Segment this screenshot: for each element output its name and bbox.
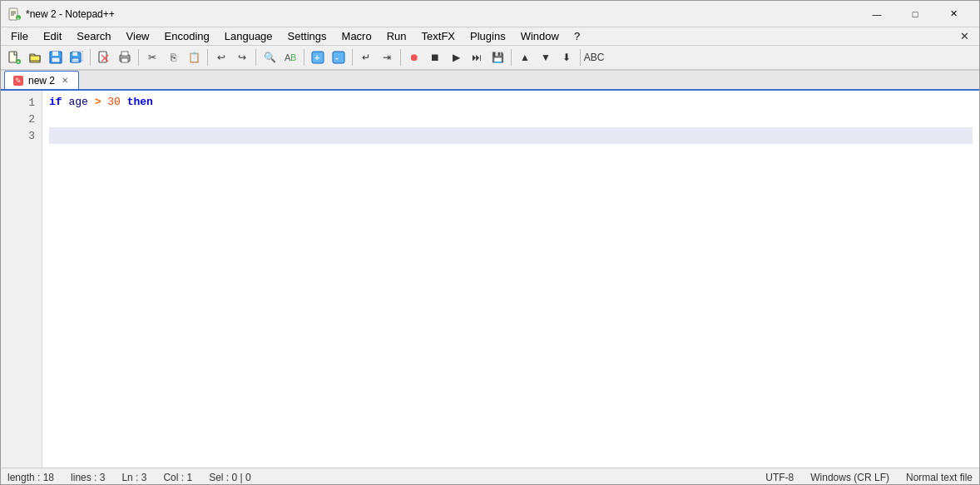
code-line-3	[49, 127, 973, 144]
tb-sep5	[304, 49, 304, 66]
tb-macro-stop-button[interactable]: ⏹	[425, 47, 445, 67]
svg-text:-: -	[335, 52, 339, 62]
space3	[101, 94, 107, 111]
close-button[interactable]: ✕	[934, 1, 973, 27]
code-line-1: if age > 30 then	[49, 94, 973, 111]
menu-textfx[interactable]: TextFX	[415, 28, 462, 44]
menu-language[interactable]: Language	[218, 28, 280, 44]
svg-rect-11	[52, 57, 60, 62]
svg-rect-13	[72, 52, 77, 56]
tb-print-button[interactable]	[115, 47, 135, 67]
op-gt: >	[95, 94, 101, 111]
var-age: age	[68, 94, 87, 111]
tb-indent-button[interactable]: ⇥	[377, 47, 397, 67]
tb-find-button[interactable]: 🔍	[260, 47, 280, 67]
status-eol: Windows (CR LF)	[810, 472, 889, 483]
tb-macro-playall-button[interactable]: ⏭	[467, 47, 487, 67]
svg-text:+: +	[17, 15, 20, 20]
tb-macro-record-button[interactable]: ⏺	[404, 47, 424, 67]
tab-label: new 2	[28, 75, 55, 87]
space4	[121, 94, 127, 111]
tb-sep2	[138, 49, 139, 66]
tb-sort-asc-button[interactable]: ▲	[515, 47, 535, 67]
tab-dirty-indicator: ✎	[13, 76, 23, 86]
svg-text:+: +	[314, 52, 319, 62]
svg-rect-20	[121, 58, 128, 62]
tab-close-icon[interactable]: ✕	[60, 76, 70, 86]
status-sel: Sel : 0 | 0	[209, 472, 250, 483]
tb-wordwrap-button[interactable]: ↵	[356, 47, 376, 67]
status-encoding: UTF-8	[765, 472, 794, 483]
title-bar: + *new 2 - Notepad++ — □ ✕	[1, 1, 979, 27]
editor-container: 1 2 3 if age > 30 then	[1, 91, 979, 468]
tb-open-button[interactable]	[25, 47, 45, 67]
menu-help[interactable]: ?	[567, 28, 587, 44]
code-editor[interactable]: if age > 30 then	[42, 91, 979, 468]
line-num-3: 3	[1, 127, 42, 144]
tb-replace-button[interactable]: AB	[280, 47, 300, 67]
menu-edit[interactable]: Edit	[37, 28, 68, 44]
app-icon: +	[7, 7, 21, 21]
tab-new2[interactable]: ✎ new 2 ✕	[4, 71, 79, 89]
tb-macro-play-button[interactable]: ▶	[446, 47, 466, 67]
status-length: length : 18	[7, 472, 54, 483]
tb-sep4	[255, 49, 256, 66]
status-type: Normal text file	[906, 472, 973, 483]
space1	[62, 94, 69, 111]
num-30: 30	[107, 94, 121, 111]
menu-search[interactable]: Search	[70, 28, 117, 44]
tb-new-button[interactable]: +	[4, 47, 24, 67]
tb-redo-button[interactable]: ↪	[232, 47, 252, 67]
tb-zoom-in-button[interactable]: +	[308, 47, 328, 67]
keyword-if: if	[49, 94, 62, 111]
window-controls: — □ ✕	[858, 1, 973, 27]
status-col: Col : 1	[163, 472, 192, 483]
menu-file[interactable]: File	[4, 28, 35, 44]
menu-window[interactable]: Window	[514, 28, 566, 44]
toolbar: + ✂ ⎘ 📋 ↩ ↪ 🔍 AB + - ↵ ⇥ ⏺ ⏹ ▶ ⏭ 💾 ▲ ▼ ⬇	[1, 46, 979, 71]
tb-sep1	[90, 49, 91, 66]
keyword-then: then	[127, 94, 153, 111]
tb-zoom-out-button[interactable]: -	[329, 47, 349, 67]
svg-text:+: +	[17, 59, 20, 64]
line-num-1: 1	[1, 94, 42, 111]
window-title: *new 2 - Notepad++	[26, 8, 858, 20]
status-lines: lines : 3	[71, 472, 105, 483]
tb-undo-button[interactable]: ↩	[211, 47, 231, 67]
menu-plugins[interactable]: Plugins	[463, 28, 512, 44]
tb-sep7	[400, 49, 401, 66]
tb-copy-button[interactable]: ⎘	[163, 47, 183, 67]
tb-save-button[interactable]	[46, 47, 66, 67]
minimize-button[interactable]: —	[858, 1, 896, 27]
tb-sep3	[207, 49, 208, 66]
tb-sep9	[580, 49, 581, 66]
tb-sep8	[511, 49, 512, 66]
tb-cut-button[interactable]: ✂	[142, 47, 162, 67]
svg-rect-10	[52, 52, 58, 56]
tb-sort-options-button[interactable]: ⬇	[557, 47, 577, 67]
line-numbers: 1 2 3	[1, 91, 42, 468]
svg-text:B: B	[290, 52, 296, 62]
menu-settings[interactable]: Settings	[281, 28, 334, 44]
tb-close-button[interactable]	[94, 47, 114, 67]
tab-bar: ✎ new 2 ✕	[1, 71, 979, 91]
tb-spellcheck-button[interactable]: ABC	[584, 47, 604, 67]
menu-run[interactable]: Run	[380, 28, 413, 44]
tb-sort-desc-button[interactable]: ▼	[536, 47, 556, 67]
maximize-button[interactable]: □	[896, 1, 934, 27]
svg-rect-21	[121, 52, 128, 56]
tb-macro-save-button[interactable]: 💾	[488, 47, 507, 67]
menu-bar: File Edit Search View Encoding Language …	[1, 27, 979, 46]
menu-encoding[interactable]: Encoding	[158, 28, 216, 44]
space2	[88, 94, 95, 111]
tb-sep6	[352, 49, 353, 66]
menu-close-x[interactable]: ✕	[953, 28, 976, 44]
tb-paste-button[interactable]: 📋	[184, 47, 204, 67]
tb-save-all-button[interactable]	[67, 47, 87, 67]
status-bar: length : 18 lines : 3 Ln : 3 Col : 1 Sel…	[1, 468, 979, 485]
status-ln: Ln : 3	[121, 472, 146, 483]
line-num-2: 2	[1, 111, 42, 127]
code-line-2	[49, 111, 973, 127]
menu-macro[interactable]: Macro	[335, 28, 379, 44]
menu-view[interactable]: View	[120, 28, 156, 44]
